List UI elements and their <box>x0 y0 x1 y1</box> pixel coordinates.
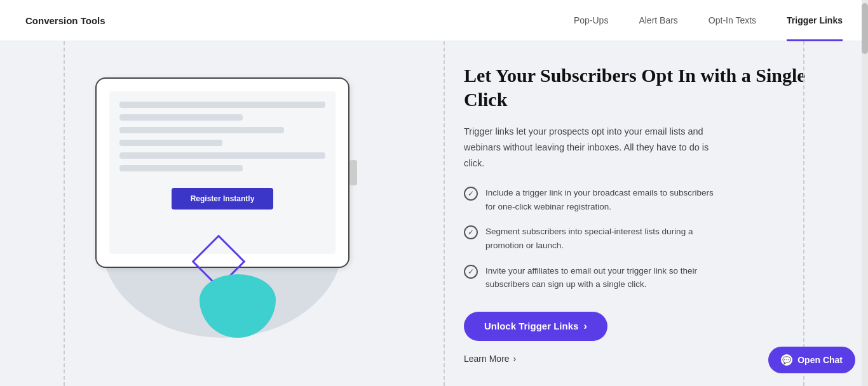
tablet-line-1 <box>119 102 325 108</box>
illustration-wrapper: Register Instantly <box>64 71 381 357</box>
cta-arrow-icon: › <box>583 321 587 332</box>
open-chat-button[interactable]: Open Chat <box>768 347 855 373</box>
feature-text-2: Segment subscribers into special-interes… <box>485 225 721 252</box>
dashed-border-right-panel <box>803 41 804 386</box>
scrollbar-thumb[interactable] <box>862 3 868 54</box>
learn-more-label: Learn More <box>464 354 510 364</box>
page-title: Let Your Subscribers Opt In with a Singl… <box>464 63 836 111</box>
content-description: Trigger links let your prospects opt int… <box>464 124 731 171</box>
check-icon-2 <box>464 225 478 239</box>
feature-item-2: Segment subscribers into special-interes… <box>464 225 836 252</box>
tablet-inner: Register Instantly <box>109 91 336 254</box>
feature-item-3: Invite your affiliates to email out your… <box>464 264 836 291</box>
header: Conversion Tools Pop-Ups Alert Bars Opt-… <box>0 0 868 41</box>
nav-tabs: Pop-Ups Alert Bars Opt-In Texts Trigger … <box>574 0 843 41</box>
tablet-line-3 <box>119 127 284 133</box>
tablet-line-4 <box>119 140 222 146</box>
tab-popups[interactable]: Pop-Ups <box>574 0 608 41</box>
tablet-line-5 <box>119 152 325 159</box>
tablet-line-6 <box>119 165 243 171</box>
brand-label: Conversion Tools <box>25 15 105 26</box>
illustration-panel: Register Instantly <box>0 41 445 386</box>
right-content-panel: Let Your Subscribers Opt In with a Singl… <box>445 41 868 386</box>
check-icon-3 <box>464 265 478 279</box>
features-list: Include a trigger link in your broadcast… <box>464 186 836 291</box>
feature-item-1: Include a trigger link in your broadcast… <box>464 186 836 213</box>
scrollbar[interactable] <box>862 0 868 386</box>
chat-icon <box>781 354 792 366</box>
tablet-register-button[interactable]: Register Instantly <box>172 188 273 210</box>
tab-optintexts[interactable]: Opt-In Texts <box>709 0 756 41</box>
feature-text-3: Invite your affiliates to email out your… <box>485 264 721 291</box>
tablet-line-2 <box>119 114 243 121</box>
tab-alertbars[interactable]: Alert Bars <box>639 0 677 41</box>
main-content: Register Instantly Let Your Subscribers … <box>0 41 868 386</box>
open-chat-label: Open Chat <box>797 355 843 365</box>
unlock-trigger-links-button[interactable]: Unlock Trigger Links › <box>464 312 607 341</box>
tablet-side-button <box>349 160 357 185</box>
check-icon-1 <box>464 187 478 201</box>
feature-text-1: Include a trigger link in your broadcast… <box>485 186 721 213</box>
tab-triggerlinks[interactable]: Trigger Links <box>787 0 843 41</box>
cta-button-label: Unlock Trigger Links <box>484 321 578 331</box>
learn-more-arrow-icon: › <box>513 354 517 364</box>
